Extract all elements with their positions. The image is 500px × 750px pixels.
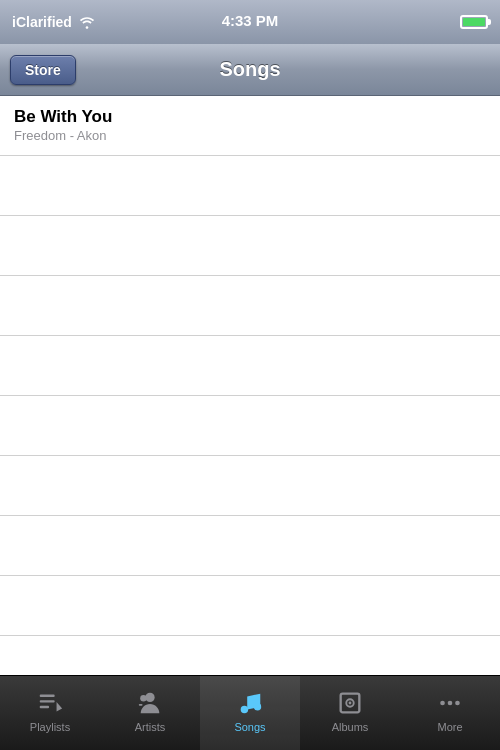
- svg-point-5: [140, 695, 147, 702]
- battery-icon: [460, 15, 488, 29]
- empty-row: [0, 276, 500, 336]
- svg-point-10: [349, 702, 352, 705]
- empty-row: [0, 336, 500, 396]
- empty-row: [0, 576, 500, 636]
- tab-songs[interactable]: Songs: [200, 676, 300, 750]
- tab-albums-label: Albums: [332, 721, 369, 733]
- tab-artists-label: Artists: [135, 721, 166, 733]
- status-time: 4:33 PM: [222, 12, 279, 29]
- tab-playlists[interactable]: Playlists: [0, 676, 100, 750]
- playlists-icon: [36, 689, 64, 717]
- tab-bar: Playlists Artists Songs Albums: [0, 675, 500, 750]
- song-list: Be With You Freedom - Akon: [0, 96, 500, 675]
- songs-icon: [236, 689, 264, 717]
- svg-point-3: [145, 693, 154, 702]
- svg-rect-2: [40, 706, 49, 708]
- tab-songs-label: Songs: [234, 721, 265, 733]
- svg-point-11: [440, 701, 445, 706]
- empty-row: [0, 156, 500, 216]
- tab-playlists-label: Playlists: [30, 721, 70, 733]
- svg-point-6: [241, 706, 248, 713]
- empty-row: [0, 456, 500, 516]
- wifi-icon: [78, 15, 96, 29]
- tab-albums[interactable]: Albums: [300, 676, 400, 750]
- song-title: Be With You: [14, 106, 486, 128]
- store-button[interactable]: Store: [10, 55, 76, 85]
- tab-more[interactable]: More: [400, 676, 500, 750]
- svg-point-7: [254, 703, 261, 710]
- albums-icon: [336, 689, 364, 717]
- svg-point-13: [455, 701, 460, 706]
- more-icon: [436, 689, 464, 717]
- status-bar: iClarified 4:33 PM: [0, 0, 500, 44]
- tab-artists[interactable]: Artists: [100, 676, 200, 750]
- nav-title: Songs: [219, 58, 280, 81]
- svg-rect-4: [139, 704, 143, 706]
- nav-bar: Store Songs: [0, 44, 500, 96]
- artists-icon: [136, 689, 164, 717]
- tab-more-label: More: [437, 721, 462, 733]
- svg-point-12: [448, 701, 453, 706]
- battery-fill: [463, 18, 485, 26]
- empty-row: [0, 396, 500, 456]
- song-subtitle: Freedom - Akon: [14, 128, 486, 145]
- song-row[interactable]: Be With You Freedom - Akon: [0, 96, 500, 156]
- carrier-label: iClarified: [12, 14, 96, 30]
- empty-row: [0, 216, 500, 276]
- svg-rect-1: [40, 700, 55, 702]
- svg-rect-0: [40, 695, 55, 697]
- empty-row: [0, 516, 500, 576]
